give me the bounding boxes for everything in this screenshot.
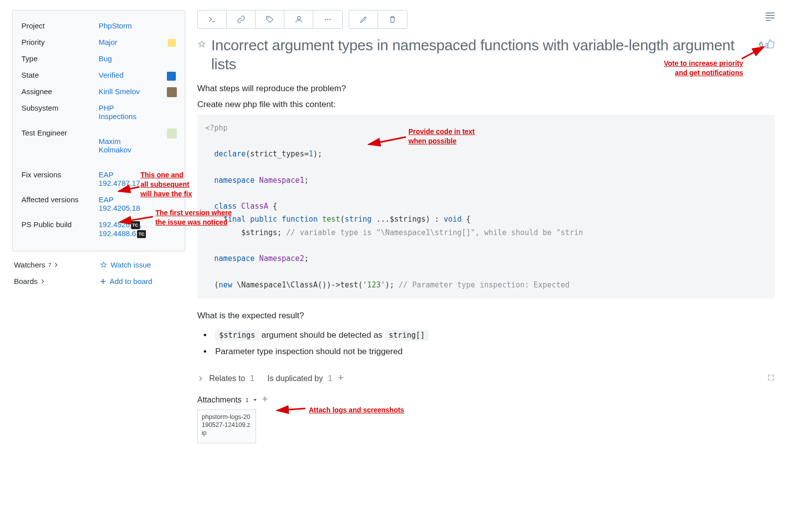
field-subsystem[interactable]: Subsystem PHP Inspections [21, 100, 176, 125]
field-value[interactable]: PHP Inspections [99, 104, 176, 121]
field-label: Test Engineer [21, 129, 99, 137]
svg-point-3 [327, 19, 329, 20]
watchers-label[interactable]: Watchers 7 [14, 261, 100, 269]
toolbar-group-1 [197, 10, 343, 29]
main-content: Incorrect argument types in namespaced f… [197, 10, 775, 512]
field-value[interactable]: Verified [99, 71, 176, 79]
link-button[interactable] [227, 10, 256, 28]
duplicated-by-count: 1 [328, 374, 332, 383]
field-label: State [21, 71, 99, 79]
field-value[interactable]: EAP 192.4787.17 [99, 170, 176, 187]
field-label: Type [21, 54, 99, 63]
svg-point-1 [297, 16, 300, 19]
avatar-icon [167, 87, 177, 97]
attachments-label: Attachments [197, 396, 242, 404]
add-to-board-button[interactable]: Add to board [100, 277, 152, 285]
user-button[interactable] [284, 10, 313, 28]
field-project[interactable]: Project PhpStorm [21, 17, 176, 34]
fields-panel: Project PhpStorm Priority Major Type Bug… [12, 10, 185, 252]
tag-button[interactable] [256, 10, 284, 28]
code-sample: <?php declare(strict_types=1); namespace… [197, 115, 775, 298]
menu-icon[interactable] [765, 12, 775, 22]
toolbar-group-2 [349, 10, 407, 29]
field-fix-versions[interactable]: Fix versions EAP 192.4787.17 [21, 166, 176, 191]
boards-label[interactable]: Boards [14, 277, 100, 285]
attachments-header: Attachments 1 [197, 396, 775, 404]
field-value[interactable]: 192.4526TC, 192.4488.6TC [99, 220, 176, 238]
field-value[interactable]: PhpStorm [99, 21, 176, 30]
expand-icon[interactable] [767, 374, 775, 384]
teamcity-badge-icon: TC [131, 221, 140, 229]
field-label: Project [21, 21, 99, 30]
field-value[interactable]: Maxim Kolmakov [99, 129, 176, 162]
field-affected-versions[interactable]: Affected versions EAP 192.4205.18 [21, 191, 176, 216]
plus-icon [100, 278, 107, 285]
field-value[interactable]: Kirill Smelov [99, 87, 176, 96]
issue-links: Relates to 1 Is duplicated by 1 [197, 374, 775, 384]
thumbs-up-icon[interactable] [765, 39, 775, 49]
chevron-right-icon[interactable] [197, 375, 204, 382]
delete-button[interactable] [378, 10, 407, 28]
field-priority[interactable]: Priority Major [21, 34, 176, 50]
field-label: Priority [21, 38, 99, 46]
code-inline: string[] [385, 330, 429, 341]
expected-question: What is the expected result? [197, 309, 775, 322]
vote-widget[interactable]: 6 [759, 39, 775, 49]
toolbar [197, 10, 775, 29]
edit-button[interactable] [349, 10, 378, 28]
attachments-count: 1 [246, 397, 249, 403]
field-ps-public-build[interactable]: PS Public build 192.4526TC, 192.4488.6TC [21, 216, 176, 242]
teamcity-badge-icon: TC [137, 230, 146, 238]
field-assignee[interactable]: Assignee Kirill Smelov [21, 83, 176, 100]
svg-point-2 [325, 19, 326, 20]
reproduce-instruction: Create new php file with this content: [197, 98, 775, 111]
field-type[interactable]: Type Bug [21, 50, 176, 67]
relates-to-label[interactable]: Relates to [209, 374, 245, 383]
sidebar: Project PhpStorm Priority Major Type Bug… [12, 10, 185, 512]
avatar-icon [167, 129, 177, 138]
field-label: Subsystem [21, 104, 99, 112]
chevron-right-icon [40, 278, 46, 284]
field-label: Assignee [21, 87, 99, 96]
chevron-right-icon [53, 262, 59, 268]
expected-item: Parameter type inspection should not be … [212, 344, 775, 360]
reproduce-question: What steps will reproduce the problem? [197, 82, 775, 95]
field-label: Fix versions [21, 170, 99, 179]
expected-list: $strings argument should be detected as … [212, 327, 775, 360]
code-inline: $strings [215, 330, 259, 341]
watch-issue-button[interactable]: Watch issue [100, 261, 151, 269]
more-button[interactable] [313, 10, 342, 28]
state-swatch-icon [167, 72, 176, 81]
priority-swatch-icon [168, 39, 176, 47]
issue-title: Incorrect argument types in namespaced f… [211, 36, 754, 73]
add-attachment-button[interactable] [262, 396, 268, 404]
field-value[interactable]: EAP 192.4205.18 [99, 195, 176, 212]
field-value[interactable]: Bug [99, 54, 176, 63]
svg-point-0 [267, 17, 268, 18]
svg-point-4 [329, 19, 331, 20]
duplicated-by-label[interactable]: Is duplicated by [267, 374, 323, 383]
vote-count: 6 [759, 40, 763, 48]
star-icon [100, 261, 108, 269]
field-label: PS Public build [21, 220, 99, 229]
attachment-tile[interactable]: phpstorm-logs-20190527-124109.zip [197, 409, 256, 443]
watchers-count: 7 [48, 262, 51, 268]
field-state[interactable]: State Verified [21, 67, 176, 83]
sidebar-footer: Watchers 7 Watch issue Boards Add to boa… [12, 252, 185, 294]
caret-down-icon[interactable] [253, 398, 258, 402]
field-test-engineer[interactable]: Test Engineer Maxim Kolmakov [21, 125, 176, 166]
add-link-button[interactable] [337, 374, 344, 383]
command-button[interactable] [198, 10, 227, 28]
expected-item: $strings argument should be detected as … [212, 327, 775, 343]
relates-to-count: 1 [250, 374, 255, 383]
star-icon[interactable] [197, 40, 206, 50]
field-label: Affected versions [21, 195, 99, 204]
watchers-row[interactable]: Watchers 7 Watch issue [14, 257, 183, 273]
boards-row[interactable]: Boards Add to board [14, 273, 183, 289]
title-row: Incorrect argument types in namespaced f… [197, 36, 775, 73]
field-value[interactable]: Major [99, 38, 176, 46]
